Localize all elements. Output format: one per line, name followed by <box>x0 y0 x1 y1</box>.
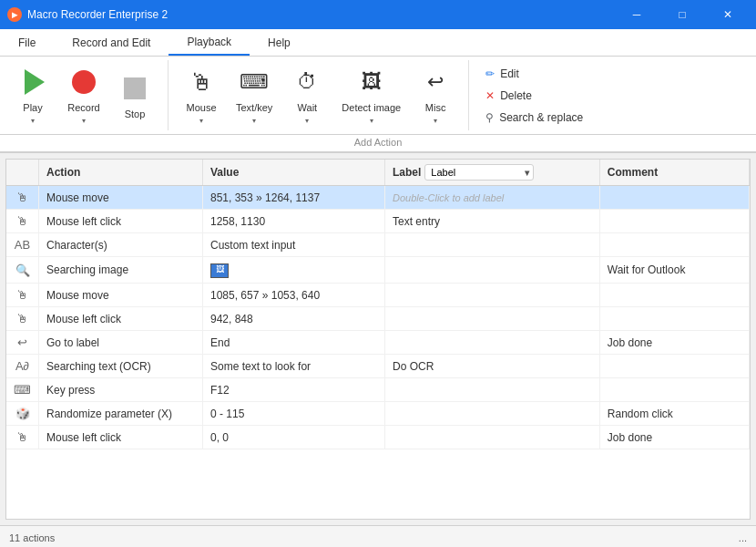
row-value: 942, 848 <box>203 307 385 331</box>
row-label: Double-Click to add label <box>385 186 600 210</box>
row-icon-cell: A∂ <box>6 355 39 378</box>
label-dropdown[interactable]: Label Text entry Do OCR Job done End <box>424 164 534 181</box>
row-label <box>385 426 600 449</box>
row-label <box>385 307 600 331</box>
wait-button[interactable]: ⏱ Wait ▾ <box>281 60 332 130</box>
row-action: Searching text (OCR) <box>39 355 203 378</box>
row-icon: ↩ <box>17 335 27 349</box>
table-row[interactable]: 🖱Mouse move851, 353 » 1264, 1137Double-C… <box>6 186 750 210</box>
row-icon: 🖱 <box>16 214 28 228</box>
table-row[interactable]: ABCharacter(s)Custom text input <box>6 233 750 257</box>
row-value-img: 🖼 <box>210 263 229 278</box>
row-action: Mouse left click <box>39 426 203 449</box>
mouse-button[interactable]: 🖱 Mouse ▾ <box>176 60 227 130</box>
col-label[interactable]: Label Label Text entry Do OCR Job done E… <box>385 160 600 186</box>
row-icon-cell: 🖱 <box>6 284 39 307</box>
status-dots: ... <box>739 532 747 543</box>
row-icon: AB <box>15 238 30 252</box>
textkey-button[interactable]: ⌨ Text/key ▾ <box>227 60 281 130</box>
col-value: Value <box>203 160 385 186</box>
row-value: 0, 0 <box>203 426 385 449</box>
row-action: Mouse move <box>39 186 203 210</box>
table-row[interactable]: A∂Searching text (OCR)Some text to look … <box>6 355 750 378</box>
delete-button[interactable]: ✕ Delete <box>480 88 745 104</box>
row-value: Some text to look for <box>203 355 385 378</box>
row-icon-cell: 🖱 <box>6 307 39 331</box>
row-icon: 🖱 <box>16 288 28 302</box>
play-button[interactable]: Play ▾ <box>7 60 58 130</box>
table-row[interactable]: ⌨Key pressF12 <box>6 378 750 402</box>
edit-button[interactable]: ✏ Edit <box>480 66 745 82</box>
app-title: Macro Recorder Enterprise 2 <box>27 8 168 21</box>
row-action: Searching image <box>39 257 203 284</box>
actions-table: Action Value Label Label Text entry Do O… <box>6 160 750 449</box>
table-row[interactable]: 🖱Mouse left click1258, 1130Text entry <box>6 210 750 233</box>
row-icon: 🎲 <box>15 407 30 420</box>
table-row[interactable]: 🖱Mouse left click942, 848 <box>6 307 750 331</box>
row-comment <box>599 186 749 210</box>
mouse-label: Mouse <box>186 102 216 113</box>
table-row[interactable]: 🎲Randomize parameter (X)0 - 115Random cl… <box>6 402 750 426</box>
textkey-icon: ⌨ <box>238 66 271 98</box>
close-button[interactable]: ✕ <box>707 0 749 29</box>
detect-image-label: Detect image <box>342 102 401 113</box>
row-icon: 🖱 <box>16 191 28 204</box>
actions-table-container[interactable]: Action Value Label Label Text entry Do O… <box>5 159 751 520</box>
menu-playback[interactable]: Playback <box>169 29 250 56</box>
table-row[interactable]: 🔍Searching image🖼Wait for Outlook <box>6 257 750 284</box>
row-icon-cell: 🖱 <box>6 210 39 233</box>
table-body: 🖱Mouse move851, 353 » 1264, 1137Double-C… <box>6 186 750 449</box>
table-row[interactable]: 🖱Mouse move1085, 657 » 1053, 640 <box>6 284 750 307</box>
table-row[interactable]: ↩Go to labelEndJob done <box>6 331 750 355</box>
menu-file[interactable]: File <box>0 29 54 56</box>
row-comment <box>599 355 749 378</box>
toolbar-add-actions: 🖱 Mouse ▾ ⌨ Text/key ▾ ⏱ Wait ▾ 🖼 Detect… <box>169 60 469 130</box>
row-comment <box>599 378 749 402</box>
add-action-bar: Add Action <box>0 135 756 153</box>
row-value: 0 - 115 <box>203 402 385 426</box>
wait-label: Wait <box>298 102 318 113</box>
col-comment: Comment <box>599 160 749 186</box>
misc-button[interactable]: ↩ Misc ▾ <box>410 60 461 130</box>
row-icon: 🖱 <box>16 312 28 325</box>
detect-image-button[interactable]: 🖼 Detect image ▾ <box>332 60 410 130</box>
row-comment: Job done <box>599 426 749 449</box>
status-text: 11 actions <box>9 532 55 543</box>
search-replace-icon: ⚲ <box>485 111 494 124</box>
row-icon-cell: 🖱 <box>6 426 39 449</box>
record-button[interactable]: Record ▾ <box>58 60 109 130</box>
delete-label: Delete <box>500 89 532 102</box>
menu-help[interactable]: Help <box>250 29 309 56</box>
edit-icon: ✏ <box>485 67 495 80</box>
row-action: Mouse left click <box>39 210 203 233</box>
menu-bar: File Record and Edit Playback Help <box>0 29 756 57</box>
row-comment: Random click <box>599 402 749 426</box>
main-content: Action Value Label Label Text entry Do O… <box>0 153 756 525</box>
misc-icon: ↩ <box>419 66 452 98</box>
row-comment <box>599 307 749 331</box>
row-value: 🖼 <box>203 257 385 284</box>
record-label: Record <box>67 102 99 113</box>
row-comment <box>599 233 749 257</box>
maximize-button[interactable]: □ <box>661 0 703 29</box>
play-label: Play <box>23 102 42 113</box>
stop-button[interactable]: Stop <box>109 67 160 125</box>
col-icon <box>6 160 39 186</box>
minimize-button[interactable]: ─ <box>616 0 658 29</box>
app-icon: ▶ <box>7 7 22 22</box>
row-label: Text entry <box>385 210 600 233</box>
row-icon: A∂ <box>15 359 29 373</box>
table-row[interactable]: 🖱Mouse left click0, 0Job done <box>6 426 750 449</box>
row-label <box>385 284 600 307</box>
row-comment <box>599 284 749 307</box>
row-label <box>385 402 600 426</box>
row-icon-cell: ⌨ <box>6 378 39 402</box>
search-replace-button[interactable]: ⚲ Search & replace <box>480 109 745 126</box>
row-action: Mouse left click <box>39 307 203 331</box>
textkey-label: Text/key <box>236 102 272 113</box>
row-icon-cell: 🔍 <box>6 257 39 284</box>
row-icon: ⌨ <box>14 383 31 397</box>
row-icon-cell: 🖱 <box>6 186 39 210</box>
menu-record-edit[interactable]: Record and Edit <box>54 29 169 56</box>
row-value: F12 <box>203 378 385 402</box>
